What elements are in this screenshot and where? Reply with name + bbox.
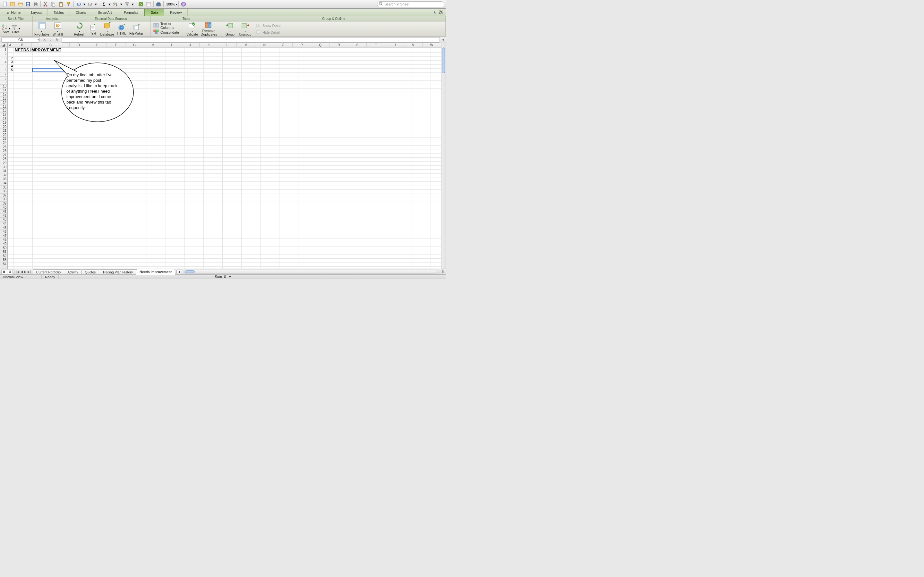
redo-dropdown-icon[interactable]: ▾ xyxy=(94,1,97,8)
row-header-3[interactable]: 3 xyxy=(0,56,7,61)
row-header-18[interactable]: 18 xyxy=(0,117,7,121)
col-header-L[interactable]: L xyxy=(218,43,237,47)
col-header-C[interactable]: C xyxy=(32,43,69,47)
row-header-1[interactable]: 1 xyxy=(0,47,7,52)
row-header-39[interactable]: 39 xyxy=(0,201,7,206)
row-header-13[interactable]: 13 xyxy=(0,97,7,101)
whatif-button[interactable]: ? ▾ What-If xyxy=(50,22,65,36)
ungroup-button[interactable]: ▾ Ungroup xyxy=(237,22,253,36)
paste-icon[interactable] xyxy=(57,1,65,8)
col-header-K[interactable]: K xyxy=(200,43,218,47)
accept-formula-icon[interactable]: ✓ xyxy=(48,37,53,42)
page-layout-view-icon[interactable]: ▥ xyxy=(7,269,13,274)
row-header-53[interactable]: 53 xyxy=(0,258,7,262)
row-header-48[interactable]: 48 xyxy=(0,238,7,242)
normal-view-icon[interactable]: ▦ xyxy=(1,269,7,274)
col-header-M[interactable]: M xyxy=(237,43,255,47)
sheet-tab-needs-improvement[interactable]: Needs Improvement xyxy=(136,269,175,275)
tab-charts[interactable]: Charts xyxy=(70,9,92,16)
autosum-dropdown-icon[interactable]: ▾ xyxy=(108,1,111,8)
col-header-T[interactable]: T xyxy=(367,43,385,47)
tab-tables[interactable]: Tables xyxy=(48,9,70,16)
row-header-34[interactable]: 34 xyxy=(0,181,7,185)
row-header-22[interactable]: 22 xyxy=(0,133,7,137)
col-header-H[interactable]: H xyxy=(144,43,163,47)
tab-data[interactable]: Data xyxy=(144,9,164,16)
row-header-10[interactable]: 10 xyxy=(0,85,7,89)
col-header-S[interactable]: S xyxy=(348,43,367,47)
fx-icon[interactable]: fx xyxy=(137,1,144,8)
row-header-14[interactable]: 14 xyxy=(0,101,7,105)
row-header-32[interactable]: 32 xyxy=(0,173,7,177)
formula-input[interactable] xyxy=(61,37,440,43)
row-header-33[interactable]: 33 xyxy=(0,177,7,181)
sort-dropdown-icon[interactable]: ▾ xyxy=(120,1,123,8)
row-header-15[interactable]: 15 xyxy=(0,105,7,109)
sheet-tab-activity[interactable]: Activity xyxy=(64,269,81,275)
search-input[interactable] xyxy=(377,1,444,7)
row-header-21[interactable]: 21 xyxy=(0,129,7,133)
fx-button-icon[interactable]: fx xyxy=(55,37,60,42)
cells-area[interactable]: NEEDS IMPROVEMENT On my final tab, after… xyxy=(8,47,441,269)
row-header-44[interactable]: 44 xyxy=(0,222,7,226)
row-header-29[interactable]: 29 xyxy=(0,161,7,165)
row-header-23[interactable]: 23 xyxy=(0,137,7,141)
save-icon[interactable] xyxy=(24,1,31,8)
row-header-28[interactable]: 28 xyxy=(0,157,7,161)
last-sheet-icon[interactable]: ▶| xyxy=(27,270,31,274)
redo-icon[interactable] xyxy=(87,1,94,8)
tab-home[interactable]: ⌂Home xyxy=(3,9,25,16)
hide-detail-button[interactable]: −Hide Detail xyxy=(255,29,283,35)
row-header-42[interactable]: 42 xyxy=(0,214,7,218)
row-header-16[interactable]: 16 xyxy=(0,109,7,113)
row-header-2[interactable]: 2 xyxy=(0,52,7,56)
row-header-40[interactable]: 40 xyxy=(0,206,7,210)
row-header-47[interactable]: 47 xyxy=(0,234,7,238)
import-html-button[interactable]: HTML xyxy=(115,22,128,36)
remove-duplicates-button[interactable]: RemoveDuplicates xyxy=(200,22,218,36)
print-icon[interactable] xyxy=(32,1,39,8)
row-header-30[interactable]: 30 xyxy=(0,165,7,169)
row-header-17[interactable]: 17 xyxy=(0,113,7,117)
import-text-button[interactable]: Text xyxy=(87,22,99,36)
col-header-I[interactable]: I xyxy=(162,43,181,47)
row-header-12[interactable]: 12 xyxy=(0,93,7,97)
row-header-46[interactable]: 46 xyxy=(0,230,7,234)
prev-sheet-icon[interactable]: ◀ xyxy=(21,270,23,274)
tab-smartart[interactable]: SmartArt xyxy=(92,9,118,16)
cut-icon[interactable] xyxy=(42,1,49,8)
row-header-38[interactable]: 38 xyxy=(0,197,7,201)
row-header-35[interactable]: 35 xyxy=(0,185,7,190)
col-header-N[interactable]: N xyxy=(255,43,274,47)
sort-dropdown[interactable]: ▾ xyxy=(9,27,10,30)
name-box[interactable]: C6▾ xyxy=(1,37,40,43)
row-header-20[interactable]: 20 xyxy=(0,125,7,129)
row-header-43[interactable]: 43 xyxy=(0,218,7,222)
undo-dropdown-icon[interactable]: ▾ xyxy=(83,1,86,8)
import-filemaker-button[interactable]: FileMaker xyxy=(128,22,144,36)
row-header-11[interactable]: 11 xyxy=(0,89,7,93)
consolidate-button[interactable]: Consolidate xyxy=(152,29,184,35)
validate-button[interactable]: ▾ Validate xyxy=(185,22,200,36)
col-header-P[interactable]: P xyxy=(292,43,311,47)
row-header-26[interactable]: 26 xyxy=(0,149,7,153)
col-header-U[interactable]: U xyxy=(385,43,404,47)
row-header-24[interactable]: 24 xyxy=(0,141,7,145)
row-header-31[interactable]: 31 xyxy=(0,169,7,173)
col-header-Q[interactable]: Q xyxy=(311,43,330,47)
format-painter-icon[interactable] xyxy=(65,1,72,8)
show-detail-button[interactable]: +Show Detail xyxy=(255,23,283,29)
row-header-45[interactable]: 45 xyxy=(0,226,7,230)
col-header-W[interactable]: W xyxy=(423,43,441,47)
row-header-37[interactable]: 37 xyxy=(0,193,7,198)
undo-icon[interactable] xyxy=(75,1,82,8)
help-icon[interactable]: ? xyxy=(180,1,187,8)
status-sum[interactable]: Sum=0 ▾ xyxy=(215,275,231,279)
row-header-25[interactable]: 25 xyxy=(0,145,7,149)
row-header-49[interactable]: 49 xyxy=(0,242,7,246)
filter-icon[interactable] xyxy=(11,24,18,30)
row-header-19[interactable]: 19 xyxy=(0,121,7,125)
first-sheet-icon[interactable]: |◀ xyxy=(16,270,19,274)
row-header-52[interactable]: 52 xyxy=(0,254,7,258)
select-all-corner[interactable]: ◢ xyxy=(0,43,8,47)
